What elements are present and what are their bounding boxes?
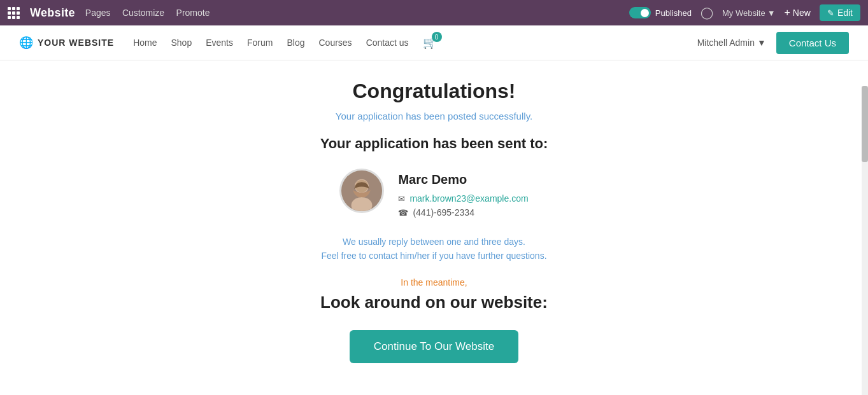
nav-courses[interactable]: Courses <box>318 38 352 48</box>
nav-contact-us[interactable]: Contact us <box>366 38 409 48</box>
nav-events[interactable]: Events <box>206 38 233 48</box>
nav-blog[interactable]: Blog <box>287 38 304 48</box>
reply-message: We usually reply between one and three d… <box>343 237 525 247</box>
admin-user-button[interactable]: Mitchell Admin ▼ <box>697 38 766 48</box>
cart-icon[interactable]: 🛒 0 <box>423 36 437 50</box>
published-toggle[interactable]: Published <box>629 7 692 18</box>
cart-badge: 0 <box>432 32 442 42</box>
edit-label: Edit <box>837 8 853 18</box>
admin-nav-promote[interactable]: Promote <box>176 8 210 18</box>
nav-forum[interactable]: Forum <box>247 38 273 48</box>
site-logo-text: YOUR WEBSITE <box>38 38 114 48</box>
globe-icon: 🌐 <box>19 36 33 50</box>
new-button[interactable]: + New <box>785 7 811 18</box>
chevron-down-icon: ▼ <box>767 8 776 18</box>
site-nav-links: Home Shop Events Forum Blog Courses Cont… <box>133 36 697 50</box>
my-website-button[interactable]: My Website ▼ <box>722 8 776 18</box>
phone-icon: ☎ <box>398 208 408 218</box>
scrollbar-track[interactable] <box>862 86 868 395</box>
site-nav: 🌐 YOUR WEBSITE Home Shop Events Forum Bl… <box>0 25 868 60</box>
congratulations-title: Congratulations! <box>353 80 516 103</box>
scrollbar-thumb[interactable] <box>862 86 868 162</box>
success-message: Your application has been posted success… <box>336 111 532 121</box>
admin-bar-right: Published ◯ My Website ▼ + New ✎ Edit <box>629 4 860 21</box>
meantime-text: In the meantime, <box>401 277 467 288</box>
admin-user-name: Mitchell Admin <box>697 38 755 48</box>
continue-button[interactable]: Continue To Our Website <box>350 330 518 363</box>
pencil-icon: ✎ <box>827 8 834 18</box>
contact-us-button[interactable]: Contact Us <box>776 32 849 54</box>
contact-name: Marc Demo <box>398 172 528 187</box>
plus-icon: + <box>785 7 790 18</box>
main-content: Congratulations! Your application has be… <box>0 60 868 389</box>
admin-site-name: Website <box>30 6 75 20</box>
admin-nav: Pages Customize Promote <box>85 7 219 18</box>
contact-phone-row: ☎ (441)-695-2334 <box>398 207 528 218</box>
my-website-label: My Website <box>722 8 765 18</box>
admin-nav-pages[interactable]: Pages <box>85 8 111 18</box>
contact-email-link[interactable]: mark.brown23@example.com <box>409 193 528 204</box>
avatar <box>339 169 384 213</box>
nav-shop[interactable]: Shop <box>171 38 192 48</box>
contact-card: Marc Demo ✉ mark.brown23@example.com ☎ (… <box>339 169 528 221</box>
nav-home[interactable]: Home <box>133 38 157 48</box>
sent-to-title: Your application has been sent to: <box>320 135 548 152</box>
svg-point-2 <box>352 197 373 213</box>
mobile-preview-icon[interactable]: ◯ <box>701 6 713 20</box>
admin-user-chevron-icon: ▼ <box>757 38 766 48</box>
site-logo[interactable]: 🌐 YOUR WEBSITE <box>19 36 114 50</box>
toggle-switch[interactable] <box>629 7 651 18</box>
grid-menu-icon[interactable] <box>8 7 20 19</box>
site-nav-right: Mitchell Admin ▼ Contact Us <box>697 32 849 54</box>
admin-bar: Website Pages Customize Promote Publishe… <box>0 0 868 25</box>
feel-free-message: Feel free to contact him/her if you have… <box>321 251 546 261</box>
new-label: New <box>793 8 811 18</box>
admin-bar-left: Website Pages Customize Promote <box>8 6 618 20</box>
edit-button[interactable]: ✎ Edit <box>820 4 860 21</box>
contact-email-row: ✉ mark.brown23@example.com <box>398 193 528 204</box>
admin-nav-customize[interactable]: Customize <box>122 8 164 18</box>
contact-info: Marc Demo ✉ mark.brown23@example.com ☎ (… <box>398 169 528 221</box>
look-around-title: Look around on our website: <box>320 293 548 312</box>
contact-phone: (441)-695-2334 <box>413 207 474 218</box>
published-label: Published <box>655 8 692 18</box>
email-icon: ✉ <box>398 194 405 204</box>
